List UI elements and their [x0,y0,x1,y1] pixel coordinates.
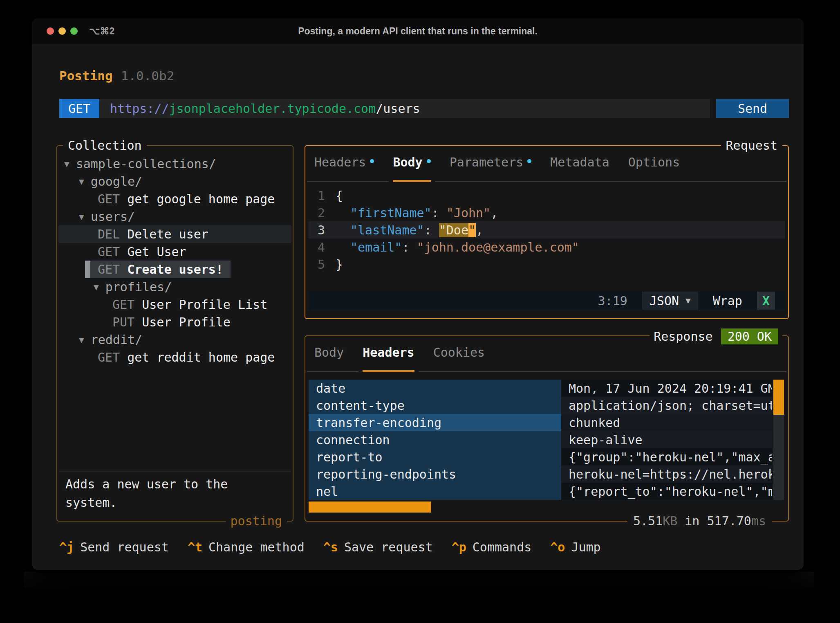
editor-line-4[interactable]: 4"email": "john.doe@example.com" [309,238,785,256]
tree-folder-profiles[interactable]: ▼profiles/ [58,278,291,296]
request-panel: Request HeadersBodyParametersMetadataOpt… [305,145,789,319]
tree-request-user-profile[interactable]: PUTUser Profile [58,313,291,331]
header-value: {"group":"heroku-nel","max_a [561,448,772,466]
collapse-arrow-icon: ▼ [79,335,84,345]
tree-folder-sample-collections[interactable]: ▼sample-collections/ [58,155,291,173]
window-titlebar[interactable]: ⌥⌘2 Posting, a modern API client that ru… [32,18,804,44]
keybinding-save-request[interactable]: ^sSave request [323,540,433,554]
tab-cookies[interactable]: Cookies [433,341,485,372]
header-value: heroku-nel=https://nel.herok [561,466,772,483]
token-brace: { [336,189,343,203]
token-string: "john.doe@example.com" [417,240,579,254]
header-row-nel[interactable]: nel{"report_to":"heroku-nel","m [309,483,772,500]
keybinding-commands[interactable]: ^pCommands [452,540,532,554]
header-row-date[interactable]: dateMon, 17 Jun 2024 20:19:41 GM [309,380,772,397]
editor-line-5[interactable]: 5} [309,256,785,273]
tab-label: Cookies [433,345,485,360]
tree-folder-reddit[interactable]: ▼reddit/ [58,331,291,349]
keybinding-key: ^s [323,540,338,554]
wrap-label: Wrap [713,294,742,308]
tab-label: Body [393,155,422,169]
header-row-transfer-encoding[interactable]: transfer-encodingchunked [309,414,772,431]
code-content: "firstName": "John", [336,206,498,220]
horizontal-scrollbar-thumb[interactable] [309,502,431,513]
tab-parameters[interactable]: Parameters [450,151,532,182]
editor-line-1[interactable]: 1{ [309,187,785,204]
active-tab-underline [358,370,418,372]
method-label: GET [98,262,120,277]
folder-label: users/ [91,209,135,224]
tree-request-get-google-home-page[interactable]: GETget google home page [58,190,291,208]
response-size: 5.51 [633,514,663,528]
header-row-content-type[interactable]: content-typeapplication/json; charset=ut [309,397,772,414]
method-selector[interactable]: GET [59,99,99,118]
wrap-toggle[interactable]: X [757,292,775,310]
line-number: 1 [309,189,327,203]
tab-options[interactable]: Options [628,151,680,182]
token-colon: : [424,223,439,237]
header-name: reporting-endpoints [309,466,561,483]
tab-headers[interactable]: Headers [363,341,414,372]
modified-dot-icon [370,159,374,163]
token-comma: , [476,223,483,237]
tree-request-delete-user[interactable]: DELDelete user [58,225,291,243]
language-select[interactable]: JSON▼ [642,292,698,310]
tab-body[interactable]: Body [393,151,430,182]
keybinding-send-request[interactable]: ^jSend request [59,540,169,554]
tab-metadata[interactable]: Metadata [550,151,609,182]
header-value: keep-alive [561,431,772,448]
method-label: GET [98,192,120,206]
request-label: User Profile List [142,297,267,312]
request-label: get google home page [127,192,275,206]
keybinding-label: Save request [344,540,433,554]
keybinding-key: ^t [188,540,202,554]
code-content: "email": "john.doe@example.com" [336,240,579,254]
header-row-reporting-endpoints[interactable]: reporting-endpointsheroku-nel=https://ne… [309,466,772,483]
header-value: application/json; charset=ut [561,397,772,414]
tree-request-get-reddit-home-page[interactable]: GETget reddit home page [58,349,291,366]
app-header: Posting1.0.0b2 [59,68,174,83]
keybinding-jump[interactable]: ^oJump [550,540,600,554]
method-label: GET [98,245,120,259]
response-headers-table: dateMon, 17 Jun 2024 20:19:41 GMcontent-… [309,380,772,500]
tab-label: Headers [314,155,366,169]
tab-headers[interactable]: Headers [314,151,374,182]
request-label: get reddit home page [127,350,275,364]
terminal-window: ⌥⌘2 Posting, a modern API client that ru… [32,18,804,570]
request-tabs: HeadersBodyParametersMetadataOptions [312,151,782,182]
url-bar: GET https://jsonplaceholder.typicode.com… [59,99,789,118]
header-row-connection[interactable]: connectionkeep-alive [309,431,772,448]
selection-cursor-bar [85,261,90,278]
header-name: nel [309,483,561,500]
editor-line-2[interactable]: 2"firstName": "John", [309,204,785,221]
tree-request-create-users[interactable]: GETCreate users! [58,261,291,278]
tree-request-user-profile-list[interactable]: GETUser Profile List [58,296,291,313]
collapse-arrow-icon: ▼ [64,159,69,169]
header-name: connection [309,431,561,448]
editor-line-3[interactable]: 3"lastName": "Doe", [309,221,785,238]
tab-label: Body [314,345,344,360]
tree-request-get-user[interactable]: GETGet User [58,243,291,261]
keybinding-change-method[interactable]: ^tChange method [188,540,305,554]
cursor-position: 3:19 [598,294,627,308]
tab-body[interactable]: Body [314,341,344,372]
vertical-scrollbar-thumb[interactable] [773,380,784,415]
token-sel: "Doe [439,223,468,237]
method-label: DEL [98,227,120,241]
code-content: { [336,189,343,203]
send-button[interactable]: Send [716,99,789,118]
url-input[interactable]: https://jsonplaceholder.typicode.com/use… [99,99,710,118]
code-content: "lastName": "Doe", [336,223,483,237]
body-editor[interactable]: 1{2"firstName": "John",3"lastName": "Doe… [309,187,785,273]
app-name: Posting [59,68,113,83]
header-value: chunked [561,414,772,431]
header-row-report-to[interactable]: report-to{"group":"heroku-nel","max_a [309,448,772,466]
tree-folder-users[interactable]: ▼users/ [58,208,291,225]
vertical-scrollbar[interactable] [773,380,784,500]
url-host: jsonplaceholder.typicode.com [169,101,376,116]
header-value: {"report_to":"heroku-nel","m [561,483,772,500]
tree-folder-google[interactable]: ▼google/ [58,173,291,190]
line-number: 2 [309,206,327,220]
line-number: 3 [309,223,327,237]
keybinding-label: Jump [571,540,600,554]
